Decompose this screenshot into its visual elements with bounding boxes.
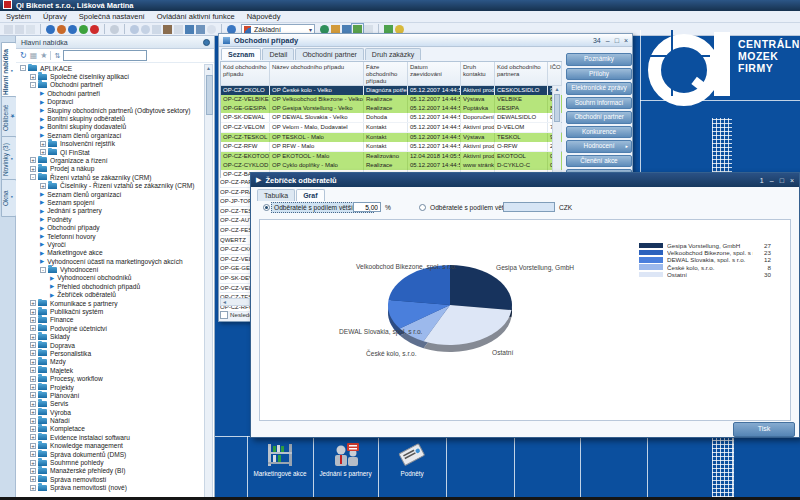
- cut-icon[interactable]: [4, 25, 13, 34]
- play-icon[interactable]: [79, 25, 88, 34]
- tree-item[interactable]: +Plánování: [18, 391, 204, 399]
- side-button-0[interactable]: Poznámky: [566, 53, 632, 66]
- tree-scrollbar[interactable]: ▲▼: [204, 64, 213, 500]
- tree-item[interactable]: +Personalistika: [18, 349, 204, 357]
- mail-icon[interactable]: [196, 25, 205, 34]
- side-button-2[interactable]: Elektronické zprávy: [566, 82, 632, 95]
- stop-icon[interactable]: [90, 25, 99, 34]
- tree-item[interactable]: +Správa nemovitostí (nové): [18, 484, 204, 492]
- tree-item[interactable]: +Nářadí: [18, 416, 204, 424]
- tree-item[interactable]: +Správa nemovitostí: [18, 475, 204, 483]
- tab-seznam[interactable]: Seznam: [221, 48, 261, 60]
- table-row[interactable]: OP-GE-GESIPAOP Gesipa Vorstellung - Velk…: [221, 104, 561, 113]
- expand-icon[interactable]: +: [30, 376, 36, 382]
- tree-item[interactable]: ▶Skupiny obchodních partnerů (Odbytové s…: [18, 106, 204, 114]
- tab-obchodn-partner[interactable]: Obchodní partner: [295, 48, 363, 60]
- tree-item[interactable]: ▶Dopravci: [18, 98, 204, 106]
- collapse-icon[interactable]: -: [20, 65, 26, 71]
- dialog-tab-graf[interactable]: Graf: [296, 189, 324, 201]
- radio-percent[interactable]: [263, 204, 270, 211]
- side-button-5[interactable]: Konkurence: [566, 126, 632, 139]
- horizontal-scrollbar[interactable]: ◄: [220, 298, 250, 306]
- tree-item[interactable]: -Obchodní partneři: [18, 81, 204, 89]
- tree-item[interactable]: +Publikační systém: [18, 307, 204, 315]
- nav-search-input[interactable]: [63, 50, 147, 61]
- tree-item[interactable]: -Řízení vztahů se zákazníky (CRM): [18, 173, 204, 181]
- expand-icon[interactable]: +: [30, 342, 36, 348]
- tree-item[interactable]: +Servis: [18, 400, 204, 408]
- tree-item[interactable]: +Prodej a nákup: [18, 165, 204, 173]
- tree-item[interactable]: +Výroba: [18, 408, 204, 416]
- expand-icon[interactable]: +: [30, 300, 36, 306]
- sidebar-tab-3[interactable]: Okna▪: [1, 179, 17, 217]
- table-row-code[interactable]: OP-CZ-VEL: [220, 255, 250, 265]
- tree-item[interactable]: +Sklady: [18, 333, 204, 341]
- tree-item[interactable]: +Číselníky - Řízení vztahů se zákazníky …: [18, 181, 204, 189]
- undo-icon[interactable]: [130, 25, 139, 34]
- checkbox[interactable]: [220, 311, 228, 319]
- back-icon[interactable]: [46, 25, 55, 34]
- tools-icon[interactable]: [174, 25, 183, 34]
- minimize-icon[interactable]: –: [606, 37, 610, 44]
- close-icon[interactable]: ×: [790, 177, 794, 184]
- table-row[interactable]: OP-CZ-EKOTOOLOP EKOTOOL - MaloRealizován…: [221, 152, 561, 161]
- expand-icon[interactable]: +: [40, 183, 46, 189]
- favorite-star-icon[interactable]: ★: [40, 52, 47, 60]
- tree-item[interactable]: +Organizace a řízení: [18, 156, 204, 164]
- side-button-4[interactable]: Obchodní partner: [566, 111, 632, 124]
- collapse-icon[interactable]: -: [30, 174, 36, 180]
- tree-item[interactable]: -Vyhodnocení: [18, 265, 204, 273]
- side-button-7[interactable]: Členění akce: [566, 155, 632, 168]
- tree-item[interactable]: ▶Bonitní skupiny dodavatelů: [18, 123, 204, 131]
- sidebar-tab-2[interactable]: Novinky (3)▪: [1, 136, 17, 184]
- tree-item[interactable]: +Podvojné účetnictví: [18, 324, 204, 332]
- side-button-6[interactable]: Hodnocení▸: [566, 140, 632, 153]
- maximize-icon[interactable]: □: [615, 37, 619, 44]
- tree-item[interactable]: +Doprava: [18, 341, 204, 349]
- table-row[interactable]: OP-CZ-TESKOLOP TESKOL - MaloKontakt05.12…: [221, 133, 561, 142]
- record-icon[interactable]: [110, 25, 119, 34]
- paste-icon[interactable]: [26, 25, 35, 34]
- tree-item[interactable]: +Souhrnné pohledy: [18, 458, 204, 466]
- sort-icon[interactable]: ⇅: [54, 52, 60, 60]
- column-header[interactable]: Kód obchodního partnera: [495, 62, 548, 86]
- tree-item[interactable]: ▶Obchodní případy: [18, 223, 204, 231]
- print-button[interactable]: Tisk: [733, 422, 795, 437]
- expand-icon[interactable]: +: [30, 309, 36, 315]
- expand-icon[interactable]: +: [30, 426, 36, 432]
- tree-item[interactable]: ▶Podněty: [18, 215, 204, 223]
- expand-icon[interactable]: +: [30, 434, 36, 440]
- tab-druh-zak-zky[interactable]: Druh zakázky: [365, 48, 421, 60]
- amount-input[interactable]: [503, 202, 555, 212]
- tree-item[interactable]: ▶Seznam členů organizací: [18, 131, 204, 139]
- table-row-code[interactable]: OP-CZ-PAR: [220, 178, 250, 188]
- tree-item[interactable]: ▶Přehled obchodních případů: [18, 282, 204, 290]
- tree-item[interactable]: +Knowledge management: [18, 442, 204, 450]
- find-binoculars-icon[interactable]: [163, 25, 172, 34]
- refresh-icon[interactable]: [68, 25, 77, 34]
- table-row-code[interactable]: OP-JP-TOP: [220, 197, 250, 207]
- table-row-code[interactable]: OP-SK-DEV: [220, 274, 250, 284]
- tree-item[interactable]: +Správa dokumentů (DMS): [18, 450, 204, 458]
- column-header[interactable]: Datum zaevidování: [408, 62, 461, 86]
- column-header[interactable]: Fáze obchodního případu: [364, 62, 408, 86]
- expand-icon[interactable]: +: [30, 451, 36, 457]
- tree-item[interactable]: +Procesy, workflow: [18, 374, 204, 382]
- expand-icon[interactable]: +: [30, 460, 36, 466]
- sidebar-tab-1[interactable]: Oblíbené★: [1, 96, 17, 140]
- tree-item[interactable]: +QI FinStat: [18, 148, 204, 156]
- collapse-icon[interactable]: -: [40, 267, 46, 273]
- cases-window-titlebar[interactable]: Obchodní případy 34 – □ ×: [219, 34, 632, 47]
- history-icon[interactable]: [57, 25, 66, 34]
- tree-item[interactable]: -APLIKACE: [18, 64, 204, 72]
- tree-item[interactable]: +Společné číselníky aplikací: [18, 72, 204, 80]
- table-row[interactable]: OP-CZ-CKOLOOP České kolo - VelkoDiagnóza…: [221, 86, 561, 95]
- expand-icon[interactable]: +: [30, 392, 36, 398]
- expand-icon[interactable]: +: [30, 74, 36, 80]
- table-row-code[interactable]: OP-CZ-CKO: [220, 245, 250, 255]
- expand-icon[interactable]: +: [30, 359, 36, 365]
- tree-item[interactable]: ▶Vyhodnocení obchodníků: [18, 274, 204, 282]
- expand-icon[interactable]: +: [30, 157, 36, 163]
- table-row[interactable]: OP-SK-DEWALOP DEWAL Slovakia - VelkoDoho…: [221, 113, 561, 123]
- desktop-icon-2[interactable]: Podněty: [378, 442, 446, 477]
